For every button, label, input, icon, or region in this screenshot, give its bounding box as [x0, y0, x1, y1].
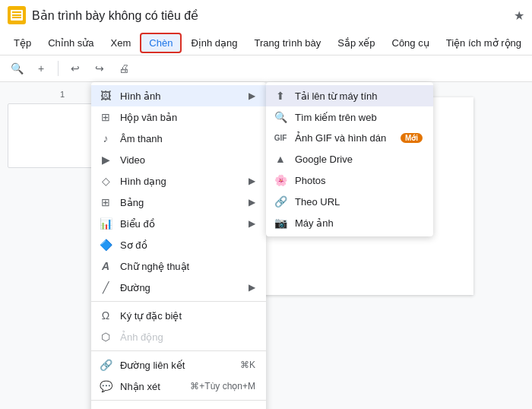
- toolbar-divider-1: [58, 61, 59, 76]
- image-icon: 🖼: [99, 90, 112, 102]
- redo-btn[interactable]: ↪: [89, 58, 110, 79]
- insert-menu-textbox[interactable]: ⊞ Hộp văn bản: [91, 106, 266, 128]
- insert-menu-audio[interactable]: ♪ Âm thanh: [91, 128, 266, 149]
- table-icon: ⊞: [99, 196, 112, 208]
- insert-menu-link[interactable]: 🔗 Đường liên kết ⌘K: [91, 354, 266, 376]
- submenu-google-drive[interactable]: ▲ Google Drive: [266, 148, 433, 170]
- diagram-icon: 🔷: [99, 239, 112, 251]
- main-area: 1 để thêm ti Nhấp để thêm phụ đ 🖼 Hình ả…: [0, 82, 532, 409]
- camera-label: Máy ảnh: [295, 217, 423, 229]
- menu-bar: Tệp Chỉnh sửa Xem Chèn Định dạng Trang t…: [0, 30, 532, 55]
- add-toolbar-btn[interactable]: +: [30, 58, 52, 79]
- menu-file[interactable]: Tệp: [6, 34, 39, 52]
- audio-label: Âm thanh: [120, 133, 255, 144]
- line-label: Đường: [120, 282, 241, 293]
- menu-edit[interactable]: Chỉnh sửa: [40, 34, 101, 52]
- divider-3: [91, 400, 266, 401]
- link-icon: 🔗: [99, 359, 112, 371]
- wordart-icon: A: [99, 260, 112, 272]
- menu-insert[interactable]: Chèn: [140, 33, 182, 53]
- diagram-label: Sơ đồ: [120, 239, 255, 251]
- divider-2: [91, 350, 266, 351]
- gif-label: Ảnh GIF và hình dán: [295, 132, 393, 144]
- video-icon: ▶: [99, 154, 112, 166]
- photos-label: Photos: [295, 175, 423, 186]
- app-title: Bản trình bày không có tiêu đề: [32, 8, 508, 23]
- insert-menu-chart[interactable]: 📊 Biểu đồ ▶: [91, 213, 266, 234]
- line-icon: ╱: [99, 281, 112, 293]
- menu-arrange[interactable]: Sắp xếp: [330, 34, 382, 52]
- search-web-label: Tìm kiếm trên web: [295, 112, 423, 123]
- url-icon: 🔗: [274, 195, 287, 208]
- wordart-label: Chữ nghệ thuật: [120, 261, 255, 272]
- comment-label: Nhận xét: [120, 381, 182, 392]
- search-web-icon: 🔍: [274, 111, 287, 123]
- animation-icon: ⬡: [99, 331, 112, 343]
- comment-icon: 💬: [99, 380, 112, 392]
- special-chars-label: Ký tự đặc biệt: [120, 310, 255, 322]
- insert-menu-new-slide[interactable]: + Trang trình bày mới Ctrl+M: [91, 404, 266, 409]
- upload-label: Tải lên từ máy tính: [295, 90, 423, 102]
- shapes-arrow: ▶: [249, 176, 255, 186]
- app-icon: [8, 6, 26, 24]
- image-arrow: ▶: [249, 90, 255, 101]
- url-label: Theo URL: [295, 196, 423, 208]
- chart-arrow: ▶: [249, 218, 255, 229]
- menu-format[interactable]: Định dạng: [183, 34, 245, 52]
- submenu-upload[interactable]: ⬆ Tải lên từ máy tính: [266, 85, 433, 106]
- video-label: Video: [120, 154, 255, 166]
- submenu-photos[interactable]: 🌸 Photos: [266, 170, 433, 191]
- insert-menu-line[interactable]: ╱ Đường ▶: [91, 277, 266, 298]
- special-chars-icon: Ω: [99, 309, 112, 322]
- star-icon[interactable]: ★: [514, 8, 524, 23]
- menu-extensions[interactable]: Tiện ích mở rộng: [439, 34, 529, 52]
- image-submenu[interactable]: ⬆ Tải lên từ máy tính 🔍 Tìm kiếm trên we…: [266, 82, 433, 236]
- photos-icon: 🌸: [274, 174, 287, 186]
- shapes-icon: ◇: [99, 175, 112, 187]
- insert-menu-images[interactable]: 🖼 Hình ảnh ▶: [91, 85, 266, 106]
- audio-icon: ♪: [99, 132, 112, 144]
- link-shortcut: ⌘K: [240, 360, 255, 370]
- drive-label: Google Drive: [295, 154, 423, 165]
- print-btn[interactable]: 🖨: [113, 58, 135, 79]
- menu-tools[interactable]: Công cụ: [385, 34, 437, 52]
- insert-menu-video[interactable]: ▶ Video: [91, 149, 266, 170]
- chart-icon: 📊: [99, 217, 112, 230]
- insert-menu-animation[interactable]: ⬡ Ảnh động: [91, 326, 266, 347]
- divider-1: [91, 301, 266, 302]
- textbox-label: Hộp văn bản: [120, 112, 255, 123]
- image-label: Hình ảnh: [120, 90, 241, 102]
- title-bar: Bản trình bày không có tiêu đề ★: [0, 0, 532, 30]
- gif-icon: GIF: [274, 134, 287, 142]
- table-arrow: ▶: [249, 197, 255, 208]
- chart-label: Biểu đồ: [120, 218, 241, 230]
- undo-btn[interactable]: ↩: [65, 58, 86, 79]
- submenu-search-web[interactable]: 🔍 Tìm kiếm trên web: [266, 106, 433, 128]
- submenu-camera[interactable]: 📷 Máy ảnh: [266, 212, 433, 233]
- new-badge: Mới: [401, 133, 423, 143]
- textbox-icon: ⊞: [99, 111, 112, 123]
- line-arrow: ▶: [249, 282, 255, 293]
- insert-menu[interactable]: 🖼 Hình ảnh ▶ ⊞ Hộp văn bản ♪ Âm thanh ▶ …: [91, 82, 266, 409]
- comment-shortcut: ⌘+Tùy chọn+M: [190, 381, 255, 392]
- upload-icon: ⬆: [274, 90, 287, 102]
- camera-icon: 📷: [274, 217, 287, 229]
- shapes-label: Hình dạng: [120, 176, 241, 187]
- menu-slideshow[interactable]: Trang trình bày: [247, 34, 329, 52]
- menu-view[interactable]: Xem: [103, 34, 139, 52]
- link-label: Đường liên kết: [120, 360, 233, 371]
- insert-menu-diagram[interactable]: 🔷 Sơ đồ: [91, 234, 266, 255]
- insert-menu-shapes[interactable]: ◇ Hình dạng ▶: [91, 170, 266, 192]
- toolbar: 🔍 + ↩ ↪ 🖨: [0, 55, 532, 82]
- insert-menu-comment[interactable]: 💬 Nhận xét ⌘+Tùy chọn+M: [91, 376, 266, 397]
- insert-menu-wordart[interactable]: A Chữ nghệ thuật: [91, 255, 266, 277]
- search-toolbar-btn[interactable]: 🔍: [6, 58, 27, 79]
- insert-menu-special-chars[interactable]: Ω Ký tự đặc biệt: [91, 305, 266, 326]
- insert-menu-table[interactable]: ⊞ Bảng ▶: [91, 192, 266, 213]
- animation-label: Ảnh động: [120, 331, 255, 343]
- drive-icon: ▲: [274, 153, 287, 165]
- table-label: Bảng: [120, 197, 241, 208]
- submenu-by-url[interactable]: 🔗 Theo URL: [266, 191, 433, 212]
- submenu-gif[interactable]: GIF Ảnh GIF và hình dán Mới: [266, 128, 433, 148]
